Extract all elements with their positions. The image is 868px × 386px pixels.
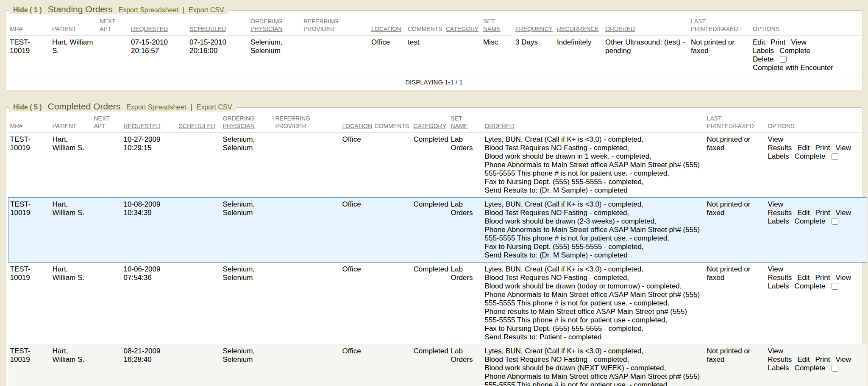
legend-separator: |	[191, 103, 192, 111]
ordered-cell: Lytes, BUN, Creat (Call if K+ is <3.0) -…	[483, 263, 705, 344]
completed-order-row: TEST-10019 Hart, William S. 08-21-2009 1…	[8, 344, 867, 386]
next-apt-cell	[92, 263, 122, 344]
col-category[interactable]: CATEGORY	[412, 113, 449, 133]
standing-hide-link[interactable]: Hide ( 1 )	[13, 6, 42, 14]
col-requested[interactable]: REQUESTED	[129, 16, 188, 36]
comments-cell: test	[406, 36, 444, 75]
comments-cell	[373, 344, 412, 386]
order-checkbox[interactable]	[832, 283, 838, 290]
col-scheduled[interactable]: SCHEDULED	[188, 16, 249, 36]
complete-link[interactable]: Complete	[795, 364, 826, 372]
edit-link[interactable]: Edit	[753, 38, 765, 46]
ordering-physician-cell: Selenium, Selenium	[221, 263, 274, 344]
ordered-cell: Other Ultrasound: (test) - pending	[604, 36, 689, 75]
category-cell	[444, 36, 481, 75]
requested-cell: 08-21-2009 16:28:40	[122, 344, 177, 386]
requested-cell: 07-15-2010 20:16:57	[129, 36, 188, 75]
scheduled-cell	[177, 133, 221, 198]
completed-order-row-selected: TEST-10019 Hart, William S. 10-08-2009 1…	[8, 198, 867, 263]
completed-orders-legend: Hide ( 5 ) Completed Orders Export Sprea…	[9, 101, 236, 112]
completed-header-row: MR# PATIENT NEXT APT REQUESTED SCHEDULED…	[8, 113, 867, 133]
col-recurrence[interactable]: RECURRENCE	[555, 16, 604, 36]
recurrence-cell: Indefinitely	[555, 36, 604, 75]
print-link[interactable]: Print	[771, 38, 785, 46]
col-options: OPTIONS	[751, 16, 866, 36]
referring-provider-cell	[274, 263, 341, 344]
print-link[interactable]: Print	[815, 209, 830, 217]
ordering-physician-cell: Selenium, Selenium	[221, 133, 274, 198]
mr-cell: TEST-10019	[8, 198, 51, 263]
scheduled-cell	[177, 198, 221, 263]
col-set-name[interactable]: SET NAME	[481, 16, 514, 36]
set-name-cell: Misc	[481, 36, 514, 75]
edit-link[interactable]: Edit	[797, 209, 810, 217]
complete-with-encounter-link[interactable]: Complete with Encounter	[753, 64, 833, 72]
order-checkbox[interactable]	[832, 153, 838, 160]
set-name-cell: Lab Orders	[449, 198, 483, 263]
location-cell: Office	[341, 133, 373, 198]
col-category[interactable]: CATEGORY	[444, 16, 481, 36]
next-apt-cell	[92, 344, 122, 386]
view-results-link[interactable]: View Results	[768, 347, 792, 364]
options-cell: EditPrintView LabelsComplete Delete Comp…	[751, 36, 866, 75]
completed-orders-title: Completed Orders	[48, 101, 121, 112]
comments-cell	[373, 133, 412, 198]
order-checkbox[interactable]	[780, 56, 787, 63]
scheduled-cell	[177, 263, 221, 344]
completed-hide-link[interactable]: Hide ( 5 )	[13, 103, 42, 111]
next-apt-cell	[92, 133, 122, 198]
view-results-link[interactable]: View Results	[768, 265, 792, 282]
col-scheduled[interactable]: SCHEDULED	[177, 113, 221, 133]
col-options: OPTIONS	[766, 113, 867, 133]
location-cell: Office	[341, 263, 373, 344]
patient-cell: Hart, William S.	[51, 344, 92, 386]
col-location[interactable]: LOCATION	[370, 16, 406, 36]
edit-link[interactable]: Edit	[797, 355, 810, 364]
edit-link[interactable]: Edit	[797, 274, 810, 282]
scheduled-cell	[177, 344, 221, 386]
completed-orders-table: MR# PATIENT NEXT APT REQUESTED SCHEDULED…	[8, 113, 867, 386]
col-set-name[interactable]: SET NAME	[449, 113, 483, 133]
completed-export-spreadsheet-link[interactable]: Export Spreadsheet	[126, 103, 186, 111]
standing-paging-status: DISPLAYING 1-1 / 1	[6, 75, 862, 90]
col-ordering-physician[interactable]: ORDERING PHYSICIAN	[249, 16, 302, 36]
complete-link[interactable]: Complete	[795, 217, 826, 225]
print-link[interactable]: Print	[815, 144, 830, 152]
col-ordered[interactable]: ORDERED	[604, 16, 689, 36]
patient-cell: Hart, William S.	[51, 263, 92, 344]
col-ordered[interactable]: ORDERED	[483, 113, 705, 133]
edit-link[interactable]: Edit	[797, 144, 810, 152]
view-results-link[interactable]: View Results	[768, 135, 792, 152]
standing-export-spreadsheet-link[interactable]: Export Spreadsheet	[118, 6, 178, 14]
col-requested[interactable]: REQUESTED	[122, 113, 177, 133]
print-link[interactable]: Print	[815, 355, 830, 364]
complete-link[interactable]: Complete	[779, 47, 810, 55]
last-printed-cell: Not printed or faxed	[705, 344, 766, 386]
category-cell: Completed	[412, 198, 449, 263]
frequency-cell: 3 Days	[514, 36, 555, 75]
completed-export-csv-link[interactable]: Export CSV	[197, 103, 232, 111]
ordered-cell: Lytes, BUN, Creat (Call if K+ is <3.0) -…	[483, 198, 705, 263]
delete-link[interactable]: Delete	[753, 55, 773, 63]
col-ordering-physician[interactable]: ORDERING PHYSICIAN	[221, 113, 274, 133]
standing-export-csv-link[interactable]: Export CSV	[189, 6, 224, 14]
col-location[interactable]: LOCATION	[341, 113, 373, 133]
ordering-physician-cell: Selenium, Selenium	[221, 198, 274, 263]
order-checkbox[interactable]	[832, 218, 838, 225]
requested-cell: 10-27-2009 10:29:15	[122, 133, 177, 198]
standing-header-row: MR# PATIENT NEXT APT REQUESTED SCHEDULED…	[8, 16, 866, 36]
view-results-link[interactable]: View Results	[768, 200, 792, 217]
scheduled-cell: 07-15-2010 20:16:00	[188, 36, 249, 75]
standing-orders-table: MR# PATIENT NEXT APT REQUESTED SCHEDULED…	[8, 16, 866, 75]
completed-order-row: TEST-10019 Hart, William S. 10-27-2009 1…	[8, 133, 867, 198]
col-patient: PATIENT	[50, 16, 98, 36]
complete-link[interactable]: Complete	[795, 282, 826, 290]
category-cell: Completed	[412, 133, 449, 198]
complete-link[interactable]: Complete	[795, 152, 826, 160]
col-frequency[interactable]: FREQUENCY	[514, 16, 555, 36]
order-checkbox[interactable]	[832, 365, 838, 372]
print-link[interactable]: Print	[815, 274, 830, 282]
options-cell: View ResultsEditPrintView LabelsComplete	[766, 133, 867, 198]
options-cell: View ResultsEditPrintView LabelsComplete	[766, 344, 867, 386]
category-cell: Completed	[412, 344, 449, 386]
